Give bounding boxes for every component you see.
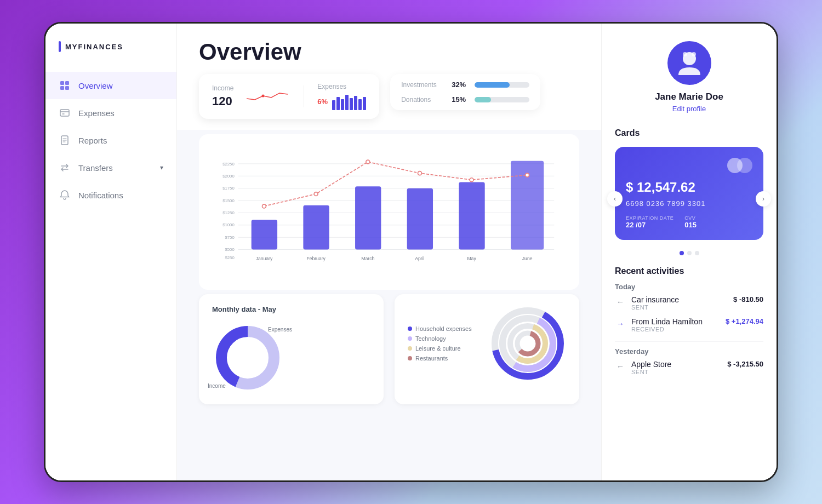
apple-store-icon: ← xyxy=(615,361,626,372)
car-insurance-icon: ← xyxy=(615,296,626,307)
reports-icon xyxy=(59,134,71,146)
svg-rect-2 xyxy=(60,86,64,90)
donations-value: 15% xyxy=(452,95,468,104)
donations-stat: Donations 15% xyxy=(401,95,529,104)
card-top xyxy=(626,158,752,173)
activity-period-yesterday: Yesterday xyxy=(615,347,763,356)
card-nav-dots xyxy=(615,251,763,255)
card-expiry-value: 22 /07 xyxy=(626,221,673,229)
svg-text:$1750: $1750 xyxy=(222,186,235,191)
apple-store-info: Apple Store SENT xyxy=(631,360,722,375)
apple-store-status: SENT xyxy=(631,369,722,375)
svg-point-41 xyxy=(526,173,529,177)
avatar xyxy=(667,41,711,85)
activity-linda: → From Linda Hamilton RECEIVED $ +1,274.… xyxy=(615,317,763,333)
activity-period-today: Today xyxy=(615,283,763,291)
sidebar-item-overview-label: Overview xyxy=(78,81,113,90)
bottom-cards: Monthly data - May Income Expenses xyxy=(177,294,601,415)
donut-legend: Household expenses Technology Leisure & … xyxy=(408,325,481,362)
linda-status: RECEIVED xyxy=(631,326,720,333)
svg-text:$2000: $2000 xyxy=(222,174,235,179)
activity-car-insurance: ← Car insurance SENT $ -810.50 xyxy=(615,295,763,311)
svg-rect-30 xyxy=(303,205,329,250)
svg-text:May: May xyxy=(467,256,476,261)
sidebar-item-reports-label: Reports xyxy=(78,136,107,145)
svg-rect-3 xyxy=(65,86,69,90)
card-dot-3[interactable] xyxy=(695,251,699,255)
svg-point-61 xyxy=(692,52,696,56)
top-stats-row: Income 120 Expenses 6% xyxy=(177,74,601,130)
activity-apple-store: ← Apple Store SENT $ -3,215.50 xyxy=(615,360,763,375)
linda-icon: → xyxy=(615,318,626,329)
legend-label-leisure: Leisure & culture xyxy=(415,345,461,352)
card-circles xyxy=(727,158,752,173)
donut-inner: Income Expenses xyxy=(212,322,370,393)
transfers-chevron: ▾ xyxy=(160,164,163,171)
legend-restaurants: Restaurants xyxy=(408,355,481,362)
card-next-button[interactable]: › xyxy=(756,191,771,207)
notifications-icon xyxy=(59,189,71,201)
brand-bar xyxy=(59,41,61,52)
svg-text:March: March xyxy=(361,256,374,261)
svg-text:January: January xyxy=(256,256,273,261)
svg-point-50 xyxy=(229,339,267,377)
svg-rect-32 xyxy=(407,188,433,250)
card-amount: $ 12,547.62 xyxy=(626,180,752,195)
sidebar-item-expenses[interactable]: Expenses xyxy=(45,99,176,127)
donations-label: Donations xyxy=(401,96,445,104)
main-bar-chart: $2250 $2000 $1750 $1500 $1250 $1000 $750… xyxy=(199,134,579,290)
sidebar-item-reports[interactable]: Reports xyxy=(45,127,176,154)
avatar-icon xyxy=(673,47,706,79)
svg-text:February: February xyxy=(306,256,326,261)
legend-dot-leisure xyxy=(408,346,412,351)
legend-label-technology: Technology xyxy=(415,335,446,342)
card-section-wrapper: $ 12,547.62 6698 0236 7899 3301 EXPIRATI… xyxy=(615,147,763,251)
income-mini-chart xyxy=(247,88,290,105)
car-insurance-info: Car insurance SENT xyxy=(631,295,728,311)
income-value: 120 xyxy=(212,94,233,108)
brand: MYFINANCES xyxy=(45,41,176,72)
legend-leisure: Leisure & culture xyxy=(408,345,481,352)
card-bottom: EXPIRATION DATE 22 /07 CVV 015 xyxy=(626,215,752,229)
legend-label-restaurants: Restaurants xyxy=(415,355,448,362)
page-title: Overview xyxy=(199,39,579,65)
sidebar-item-overview[interactable]: Overview xyxy=(45,72,176,99)
expenses-mini-bars xyxy=(332,93,366,110)
sidebar-item-notifications[interactable]: Notifications xyxy=(45,181,176,209)
linda-name: From Linda Hamilton xyxy=(631,317,720,326)
svg-point-38 xyxy=(366,160,370,164)
income-label: Income xyxy=(212,84,233,92)
expenses-label: Expenses xyxy=(317,83,366,90)
expenses-icon xyxy=(59,107,71,119)
legend-dot-household xyxy=(408,327,412,331)
investments-value: 32% xyxy=(452,81,468,89)
activities-title: Recent activities xyxy=(615,266,763,276)
main-content: Overview Income 120 Expenses 6% xyxy=(177,24,601,480)
investments-stat: Investments 32% xyxy=(401,81,529,89)
svg-text:$1500: $1500 xyxy=(222,198,235,203)
profile-name: Jane Marie Doe xyxy=(655,91,723,102)
cards-section-title: Cards xyxy=(615,128,763,138)
card-expiry: EXPIRATION DATE 22 /07 xyxy=(626,215,673,229)
income-expenses-card: Income 120 Expenses 6% xyxy=(199,74,379,119)
svg-text:$250: $250 xyxy=(225,255,235,260)
sidebar-item-transfers[interactable]: Transfers ▾ xyxy=(45,154,176,181)
donations-bar-bg xyxy=(475,97,529,102)
transfers-icon xyxy=(59,162,71,174)
investments-label: Investments xyxy=(401,81,445,89)
card-circle-2 xyxy=(737,158,752,173)
car-insurance-status: SENT xyxy=(631,304,728,311)
expenses-value: 6% xyxy=(317,98,328,106)
card-dot-2[interactable] xyxy=(687,251,692,255)
svg-point-36 xyxy=(262,204,266,208)
edit-profile-link[interactable]: Edit profile xyxy=(672,105,706,113)
svg-rect-4 xyxy=(60,110,69,116)
card-expiry-label: EXPIRATION DATE xyxy=(626,215,673,221)
brand-name: MYFINANCES xyxy=(65,43,123,51)
right-panel: Jane Marie Doe Edit profile Cards $ 12,5… xyxy=(601,24,777,480)
card-dot-1[interactable] xyxy=(680,251,684,255)
card-prev-button[interactable]: ‹ xyxy=(607,191,623,207)
svg-point-37 xyxy=(314,192,318,196)
svg-text:$750: $750 xyxy=(225,235,235,240)
monthly-donut-card: Monthly data - May Income Expenses xyxy=(199,294,384,404)
